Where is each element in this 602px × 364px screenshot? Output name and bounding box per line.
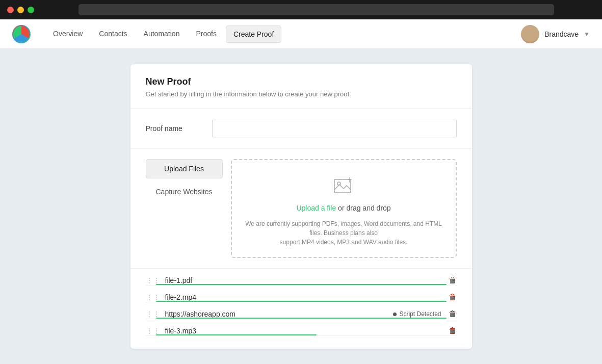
close-button[interactable] <box>7 7 14 13</box>
dropzone-text: Upload a file or drag and drop <box>296 204 390 212</box>
proof-card: New Proof Get started by filling in the … <box>130 64 472 349</box>
drag-handle-icon[interactable]: ⋮⋮ <box>146 276 160 284</box>
file-name: file-1.pdf <box>165 276 449 284</box>
drag-handle-icon[interactable]: ⋮⋮ <box>146 293 160 301</box>
maximize-button[interactable] <box>28 7 34 13</box>
upload-link[interactable]: Upload a file <box>296 204 336 212</box>
delete-file-button[interactable]: 🗑 <box>449 326 457 335</box>
nav-overview[interactable]: Overview <box>46 25 90 43</box>
upload-icon <box>332 175 355 198</box>
proof-title: New Proof <box>146 76 457 87</box>
nav-links: Overview Contacts Automation Proofs Crea… <box>46 25 521 43</box>
upload-section: Upload Files Capture Websites Upload a f… <box>130 149 472 269</box>
proof-name-row: Proof name <box>130 109 472 149</box>
proof-name-label: Proof name <box>146 124 212 133</box>
app-logo[interactable] <box>12 25 31 43</box>
file-item: ⋮⋮ file-3.mp3 🗑 <box>141 319 462 335</box>
avatar <box>521 25 539 43</box>
delete-file-button[interactable]: 🗑 <box>449 309 457 319</box>
nav-proofs[interactable]: Proofs <box>189 25 223 43</box>
file-item: ⋮⋮ https://ashoreapp.com Script Detected… <box>141 302 462 319</box>
file-name: https://ashoreapp.com <box>165 310 394 318</box>
upload-files-tab[interactable]: Upload Files <box>146 159 223 178</box>
svg-rect-0 <box>334 179 351 193</box>
file-list: ⋮⋮ file-1.pdf 🗑 ⋮⋮ file-2.mp4 🗑 ⋮⋮ https… <box>130 269 472 346</box>
file-name: file-3.mp3 <box>165 327 449 335</box>
proof-subtitle: Get started by filling in the informatio… <box>146 90 457 98</box>
file-item: ⋮⋮ file-1.pdf 🗑 <box>141 269 462 285</box>
minimize-button[interactable] <box>17 7 24 13</box>
proof-name-input[interactable] <box>212 119 457 138</box>
nav-contacts[interactable]: Contacts <box>92 25 134 43</box>
url-bar[interactable] <box>78 4 554 15</box>
proof-header: New Proof Get started by filling in the … <box>130 64 472 109</box>
dropzone[interactable]: Upload a file or drag and drop We are cu… <box>231 159 457 258</box>
titlebar <box>0 0 602 19</box>
file-item: ⋮⋮ file-2.mp4 🗑 <box>141 285 462 302</box>
dropzone-support-text: We are currently supporting PDFs, images… <box>242 219 446 247</box>
page-content: New Proof Get started by filling in the … <box>0 49 602 364</box>
username-label: Brandcave <box>544 30 579 38</box>
chevron-down-icon[interactable]: ▼ <box>584 31 590 38</box>
nav-automation[interactable]: Automation <box>137 25 187 43</box>
badge-label: Script Detected <box>399 310 441 318</box>
drag-handle-icon[interactable]: ⋮⋮ <box>146 310 160 318</box>
nav-create-proof[interactable]: Create Proof <box>226 25 281 43</box>
delete-file-button[interactable]: 🗑 <box>449 293 457 302</box>
dropzone-or-text: or drag and drop <box>336 204 390 212</box>
capture-websites-tab[interactable]: Capture Websites <box>146 183 223 201</box>
file-divider <box>146 335 457 336</box>
upload-tabs: Upload Files Capture Websites <box>146 159 223 258</box>
navbar: Overview Contacts Automation Proofs Crea… <box>0 19 602 49</box>
file-name: file-2.mp4 <box>165 293 449 301</box>
badge-dot <box>393 313 397 316</box>
delete-file-button[interactable]: 🗑 <box>449 276 457 285</box>
nav-right: Brandcave ▼ <box>521 25 590 43</box>
drag-handle-icon[interactable]: ⋮⋮ <box>146 327 160 335</box>
script-detected-badge: Script Detected <box>393 310 441 318</box>
